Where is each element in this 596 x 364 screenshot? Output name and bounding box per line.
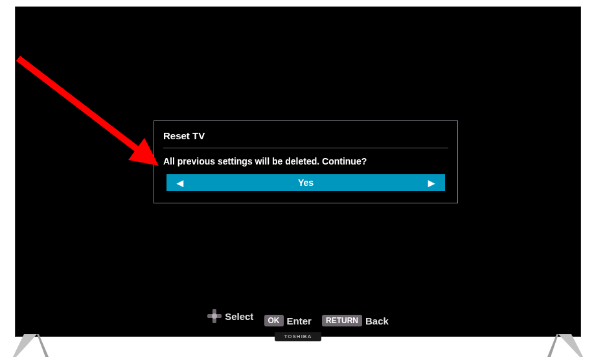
svg-marker-2 — [558, 334, 583, 357]
option-left-arrow-icon[interactable]: ◀ — [177, 179, 183, 187]
hint-back-label: Back — [365, 315, 389, 326]
tv-stand-left — [13, 334, 49, 357]
hint-bar: Select OK Enter RETURN Back — [16, 309, 580, 326]
dialog-message: All previous settings will be deleted. C… — [163, 156, 448, 166]
tv-stand-right — [547, 334, 583, 357]
dialog-divider — [163, 148, 448, 148]
hint-select-label: Select — [225, 311, 253, 322]
svg-marker-3 — [547, 334, 558, 357]
tv-screen: Reset TV All previous settings will be d… — [15, 6, 581, 337]
reset-tv-dialog: Reset TV All previous settings will be d… — [154, 120, 458, 203]
hint-select: Select — [207, 309, 253, 323]
dpad-icon — [207, 309, 222, 323]
brand-badge: TOSHIBA — [275, 332, 321, 341]
confirm-option[interactable]: ◀ Yes ▶ — [166, 174, 445, 191]
svg-marker-1 — [37, 334, 49, 357]
hint-back: RETURN Back — [322, 315, 389, 326]
return-button-icon: RETURN — [322, 315, 362, 326]
svg-marker-0 — [13, 334, 37, 357]
hint-enter-label: Enter — [287, 315, 312, 326]
dialog-title: Reset TV — [163, 130, 448, 141]
hint-enter: OK Enter — [264, 315, 312, 326]
option-label: Yes — [183, 177, 428, 188]
option-right-arrow-icon[interactable]: ▶ — [428, 179, 435, 187]
ok-button-icon: OK — [264, 315, 284, 326]
